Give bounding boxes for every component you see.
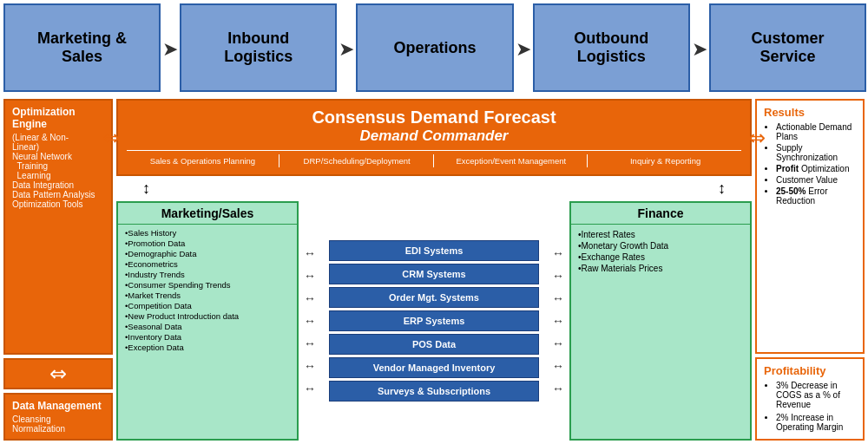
cdf-subtitle: Demand Commander — [127, 127, 741, 145]
results-list: Actionable Demand Plans Supply Synchroni… — [764, 122, 856, 206]
top-box-outbound: OutboundLogistics — [533, 3, 690, 92]
optimization-engine-box: Optimization Engine (Linear & Non-Linear… — [3, 99, 113, 355]
optimization-engine-content: (Linear & Non-Linear)Neural Network Trai… — [12, 133, 104, 209]
cdf-sub-1: Sales & Operations Planning — [127, 154, 279, 167]
down-arrow-right: ↕ — [718, 180, 726, 198]
marketing-sales-box: Marketing/Sales •Sales History •Promotio… — [116, 201, 299, 441]
system-order: Order Mgt. Systems — [329, 287, 538, 308]
top-row: Marketing &Sales ➤ InboundLogistics ➤ Op… — [0, 0, 868, 95]
finance-title: Finance — [571, 203, 750, 225]
profitability-title: Profitability — [764, 364, 856, 377]
top-box-operations-label: Operations — [393, 39, 476, 57]
top-box-marketing: Marketing &Sales — [3, 3, 161, 92]
bottom-section: Marketing/Sales •Sales History •Promotio… — [116, 201, 752, 441]
top-box-customer: CustomerService — [709, 3, 866, 92]
marketing-sales-title: Marketing/Sales — [118, 203, 297, 225]
center-area: ⇔ ⇔ Consensus Demand Forecast Demand Com… — [113, 95, 755, 444]
left-system-arrows: ↔ ↔ ↔ ↔ ↔ ↔ ↔ — [302, 246, 318, 395]
results-title: Results — [764, 106, 856, 119]
optimization-engine-title: Optimization Engine — [12, 106, 104, 130]
vertical-arrows-row: ↕ ↕ — [116, 180, 752, 198]
cdf-sub-3: Exception/Event Management — [436, 154, 589, 167]
finance-content: •Interest Rates •Monetary Growth Data •E… — [571, 225, 750, 280]
arrow-4: ➤ — [692, 3, 707, 95]
finance-box: Finance •Interest Rates •Monetary Growth… — [569, 201, 752, 441]
marketing-sales-content: •Sales History •Promotion Data •Demograp… — [118, 225, 297, 356]
systems-col: EDI Systems CRM Systems Order Mgt. Syste… — [318, 240, 550, 402]
data-management-content: CleansingNormalization — [12, 415, 104, 434]
data-management-box: Data Management CleansingNormalization — [3, 393, 113, 441]
sidebar-double-arrow: ⇔ — [3, 358, 113, 389]
top-box-operations: Operations — [356, 3, 513, 92]
arrow-3: ➤ — [516, 3, 531, 95]
cdf-title: Consensus Demand Forecast — [127, 108, 741, 127]
cdf-sub-2: DRP/Scheduling/Deployment — [281, 154, 434, 167]
top-box-inbound-label: InboundLogistics — [224, 29, 293, 66]
top-box-inbound: InboundLogistics — [180, 3, 337, 92]
top-box-marketing-label: Marketing &Sales — [37, 29, 127, 66]
main-area: Optimization Engine (Linear & Non-Linear… — [0, 95, 868, 444]
system-vmi: Vendor Managed Inventory — [329, 357, 538, 378]
profitability-list: 3% Decrease in COGS as a % of Revenue 2%… — [764, 381, 856, 432]
down-arrow-left: ↕ — [142, 180, 150, 198]
right-system-arrows: ↔ ↔ ↔ ↔ ↔ ↔ ↔ — [550, 246, 566, 395]
system-crm: CRM Systems — [329, 264, 538, 284]
arrow-2: ➤ — [339, 3, 354, 95]
left-sidebar: Optimization Engine (Linear & Non-Linear… — [0, 95, 113, 444]
top-box-outbound-label: OutboundLogistics — [574, 29, 648, 66]
cdf-right-arrow: ⇔ — [748, 126, 766, 150]
cdf-sub-4: Inquiry & Reporting — [589, 154, 741, 167]
profitability-box: Profitability 3% Decrease in COGS as a %… — [755, 357, 865, 441]
system-edi: EDI Systems — [329, 240, 538, 261]
systems-area: ↔ ↔ ↔ ↔ ↔ ↔ ↔ EDI Systems CRM Systems Or… — [302, 201, 566, 441]
right-sidebar: Results Actionable Demand Plans Supply S… — [755, 95, 868, 444]
arrow-1: ➤ — [162, 3, 178, 95]
cdf-subrow: Sales & Operations Planning DRP/Scheduli… — [127, 150, 741, 167]
system-erp: ERP Systems — [329, 310, 538, 331]
cdf-left-arrow: ⇔ — [102, 126, 120, 150]
system-surveys: Surveys & Subscriptions — [329, 381, 538, 402]
system-pos: POS Data — [329, 334, 538, 355]
data-management-title: Data Management — [12, 400, 104, 412]
cdf-box: ⇔ ⇔ Consensus Demand Forecast Demand Com… — [116, 99, 752, 176]
results-box: Results Actionable Demand Plans Supply S… — [755, 99, 865, 354]
top-box-customer-label: CustomerService — [751, 29, 824, 66]
